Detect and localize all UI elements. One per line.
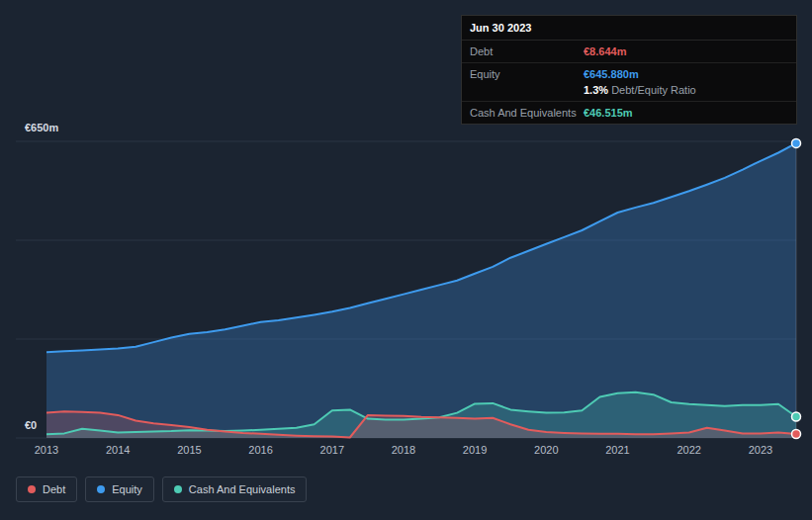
x-tick-label: 2018: [392, 444, 415, 456]
legend-cash-label: Cash And Equivalents: [189, 483, 296, 495]
legend-item-debt[interactable]: Debt: [16, 477, 77, 502]
x-tick-label: 2014: [106, 444, 130, 456]
x-tick-label: 2015: [177, 444, 201, 456]
equity-dot-icon: [97, 485, 105, 493]
tooltip-cash-label: Cash And Equivalents: [470, 107, 584, 119]
y-axis-label-zero: €0: [25, 419, 37, 431]
tooltip-debt-value: €8.644m: [584, 45, 626, 57]
cash-dot-icon: [174, 485, 182, 493]
tooltip-row-cash: Cash And Equivalents €46.515m: [462, 102, 796, 124]
x-tick-label: 2013: [35, 444, 58, 456]
legend-item-equity[interactable]: Equity: [85, 477, 154, 502]
tooltip-row-debt: Debt €8.644m: [462, 41, 796, 63]
x-tick-label: 2020: [534, 444, 558, 456]
x-tick-label: 2021: [605, 444, 629, 456]
tooltip-cash-value: €46.515m: [584, 107, 633, 119]
tooltip-debt-label: Debt: [470, 45, 584, 57]
tooltip-equity-label: Equity: [470, 68, 584, 80]
tooltip-equity-value: €645.880m: [584, 68, 639, 80]
tooltip-ratio-value: 1.3%: [584, 84, 608, 96]
legend-equity-label: Equity: [112, 483, 142, 495]
legend-item-cash[interactable]: Cash And Equivalents: [162, 477, 308, 502]
legend: Debt Equity Cash And Equivalents: [16, 477, 307, 502]
x-tick-label: 2017: [320, 444, 344, 456]
legend-debt-label: Debt: [43, 483, 65, 495]
debt-dot-icon: [28, 485, 36, 493]
hover-tooltip: Jun 30 2023 Debt €8.644m Equity €645.880…: [461, 15, 797, 125]
debt-end-marker: [792, 430, 801, 439]
x-tick-label: 2016: [248, 444, 272, 456]
debt-equity-history-chart: 2013201420152016201720182019202020212022…: [0, 0, 812, 520]
equity-end-marker: [792, 138, 801, 147]
x-tick-label: 2022: [677, 444, 700, 456]
x-tick-label: 2019: [463, 444, 487, 456]
tooltip-debt-equity-ratio: 1.3% Debt/Equity Ratio: [584, 84, 696, 96]
cash-end-marker: [792, 412, 801, 421]
tooltip-date: Jun 30 2023: [462, 16, 796, 41]
y-axis-label-max: €650m: [25, 122, 58, 133]
tooltip-ratio-label: Debt/Equity Ratio: [611, 84, 696, 96]
x-tick-label: 2023: [749, 444, 772, 456]
tooltip-row-equity: Equity €645.880m 1.3% Debt/Equity Ratio: [462, 63, 796, 102]
